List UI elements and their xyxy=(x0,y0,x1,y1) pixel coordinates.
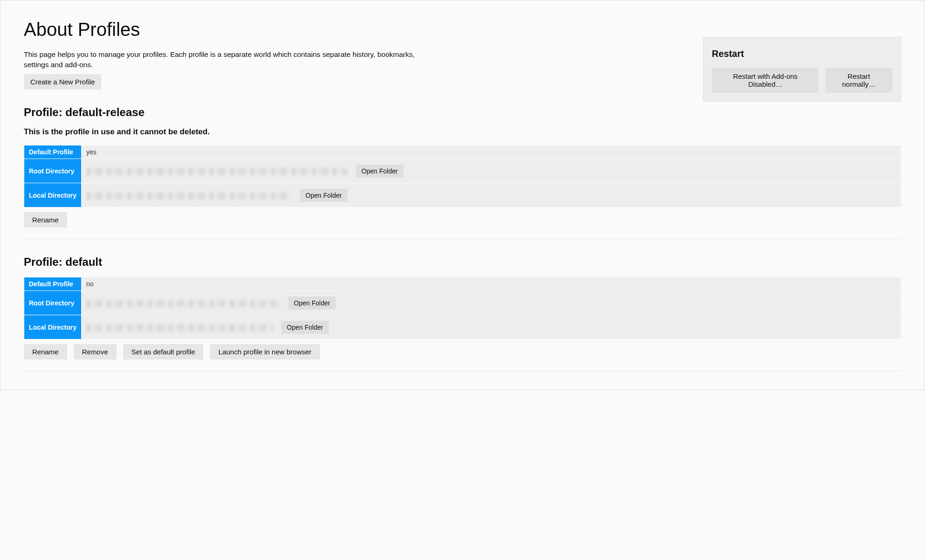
open-folder-button[interactable]: Open Folder xyxy=(356,165,403,178)
root-directory-value: Open Folder xyxy=(81,159,901,183)
default-profile-value: no xyxy=(81,277,901,291)
profile-section: Profile: default-release This is the pro… xyxy=(24,106,901,239)
table-row: Default Profile no xyxy=(24,277,901,291)
profile-in-use-note: This is the profile in use and it cannot… xyxy=(24,127,901,137)
launch-new-browser-button[interactable]: Launch profile in new browser xyxy=(210,344,320,360)
local-directory-value: Open Folder xyxy=(81,183,901,207)
open-folder-button[interactable]: Open Folder xyxy=(300,189,348,202)
table-row: Default Profile yes xyxy=(24,145,901,159)
profile-heading: Profile: default-release xyxy=(24,106,901,119)
redacted-path-icon xyxy=(86,192,292,200)
open-folder-button[interactable]: Open Folder xyxy=(281,321,329,334)
profile-heading: Profile: default xyxy=(24,256,901,269)
page-container: About Profiles This page helps you to ma… xyxy=(0,0,925,390)
profile-section: Profile: default Default Profile no Root… xyxy=(24,256,901,371)
default-profile-label: Default Profile xyxy=(24,145,82,159)
local-directory-label: Local Directory xyxy=(24,315,82,339)
table-row: Local Directory Open Folder xyxy=(24,315,901,339)
root-directory-label: Root Directory xyxy=(24,159,82,183)
table-row: Local Directory Open Folder xyxy=(24,183,901,207)
open-folder-button[interactable]: Open Folder xyxy=(288,297,336,310)
restart-normal-button[interactable]: Restart normally… xyxy=(825,68,892,93)
remove-button[interactable]: Remove xyxy=(74,344,117,360)
table-row: Root Directory Open Folder xyxy=(24,159,901,183)
page-description: This page helps you to manage your profi… xyxy=(24,49,430,69)
table-row: Root Directory Open Folder xyxy=(24,291,901,315)
default-profile-value: yes xyxy=(81,145,901,159)
root-directory-value: Open Folder xyxy=(81,291,901,315)
default-profile-label: Default Profile xyxy=(24,277,82,291)
redacted-path-icon xyxy=(86,168,348,175)
redacted-path-icon xyxy=(86,300,280,307)
local-directory-value: Open Folder xyxy=(81,315,901,339)
profile-table: Default Profile yes Root Directory Open … xyxy=(24,145,901,207)
profile-table: Default Profile no Root Directory Open F… xyxy=(24,277,901,339)
rename-button[interactable]: Rename xyxy=(24,212,67,228)
restart-disabled-button[interactable]: Restart with Add-ons Disabled… xyxy=(712,68,819,93)
local-directory-label: Local Directory xyxy=(24,183,82,207)
rename-button[interactable]: Rename xyxy=(24,344,67,360)
restart-title: Restart xyxy=(712,48,892,59)
create-profile-button[interactable]: Create a New Profile xyxy=(24,74,101,90)
redacted-path-icon xyxy=(86,324,273,332)
restart-panel: Restart Restart with Add-ons Disabled… R… xyxy=(703,37,901,102)
root-directory-label: Root Directory xyxy=(24,291,82,315)
set-default-button[interactable]: Set as default profile xyxy=(123,344,204,360)
